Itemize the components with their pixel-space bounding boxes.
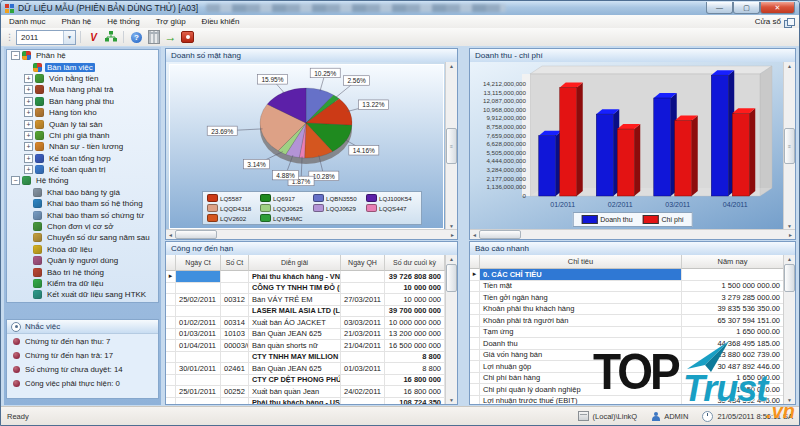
table-row[interactable]: CTY TNHH MAY MILLION WI...8 800 [166, 352, 446, 364]
tree-item[interactable]: +Kế toán tổng hợp [7, 153, 158, 164]
tree-item[interactable]: Kết xuất dữ liệu sang HTKK [7, 289, 158, 300]
table-row[interactable]: Khoản phải thu khách hàng39 835 536 350.… [470, 304, 784, 316]
tree-item[interactable]: Khai báo tham số hệ thống [7, 198, 158, 209]
tree-item[interactable]: +Chi phí giá thành [7, 130, 158, 141]
table-row[interactable]: ▸Phải thu khách hàng - VND (1...39 726 8… [166, 271, 446, 283]
table-row[interactable]: Giá vốn hàng bán13 880 602 739.00 [470, 350, 784, 362]
table-row[interactable]: 30/01/201102461Bán Quần JEAN 62501/03/20… [166, 363, 446, 375]
tree-item[interactable]: Kiểm tra dữ liệu [7, 278, 158, 289]
menu-item-điều-khiển[interactable]: Điều khiển [194, 15, 248, 28]
column-header[interactable]: Chỉ tiêu [480, 255, 682, 269]
tree-item[interactable]: +Kế toán quản trị [7, 164, 158, 175]
table-row[interactable]: Lợi nhuận trước thuế (EBIT)30 484 592 44… [470, 396, 784, 405]
tree-item[interactable]: +Mua hàng phải trả [7, 84, 158, 95]
calculator-button[interactable] [146, 30, 161, 45]
table-row[interactable]: CÔNG TY TNHH TIM ĐỎ (LQ...10 000 000 [166, 283, 446, 295]
tree-expander-icon[interactable]: + [24, 154, 33, 163]
tree-item[interactable]: +Vốn bằng tiền [7, 73, 158, 84]
table-row[interactable]: 01/02/201100314Xuất bán ÁO JACKET03/03/2… [166, 317, 446, 329]
tree-item[interactable]: Bảo trì hệ thống [7, 266, 158, 277]
table-row[interactable]: CTY CP DỆT PHONG PHÚ (L...16 800 000 [166, 375, 446, 387]
tree-expander-icon[interactable]: + [24, 120, 33, 129]
tree-item[interactable]: Khai báo tham số chứng từ [7, 209, 158, 220]
column-header[interactable]: Số Ct [221, 255, 249, 271]
tree-expander-icon[interactable]: + [24, 108, 33, 117]
svg-text:01/2011: 01/2011 [550, 201, 575, 208]
module-tree: −Phân hệBàn làm việc+Vốn bằng tiền+Mua h… [6, 49, 159, 303]
minimize-button[interactable]: — [706, 2, 733, 14]
tree-expander-icon[interactable]: − [11, 176, 20, 185]
table-row[interactable]: Phải thu khách hàng - USD (1...108 724 3… [166, 398, 446, 405]
tree-expander-icon[interactable]: + [24, 74, 33, 83]
table-row[interactable]: 01/03/201110103Bán Quần JEAN 62521/03/20… [166, 329, 446, 341]
maximize-button[interactable]: ▢ [733, 2, 760, 14]
column-header[interactable]: Năm nay [682, 255, 784, 269]
reminder-item[interactable]: Chứng từ đến hạn thu: 7 [7, 334, 158, 348]
table-row[interactable]: Tạm ứng1 650 000.00 [470, 327, 784, 339]
column-header[interactable]: Ngày Ct [176, 255, 221, 271]
table-row[interactable]: Tiền gởi ngân hàng3 279 285 000.00 [470, 292, 784, 304]
tree-item[interactable]: Khóa dữ liệu [7, 244, 158, 255]
org-chart-button[interactable] [103, 30, 118, 45]
validate-button[interactable]: V [86, 30, 101, 45]
report-vertical-scrollbar[interactable]: ▲▼ [783, 255, 795, 404]
bar-vertical-scrollbar[interactable]: ▲≡▼ [783, 62, 795, 230]
column-header[interactable]: Diễn giải [249, 255, 341, 271]
table-row[interactable]: 01/04/201100003/04Bán quần shorts nữ21/0… [166, 340, 446, 352]
tree-item-label: Khai báo bảng tỷ giá [45, 188, 122, 197]
capture-button[interactable] [180, 30, 195, 45]
debt-vertical-scrollbar[interactable]: ▲▼ [445, 255, 457, 404]
forward-button[interactable]: → [163, 30, 178, 45]
tree-item[interactable]: Khai báo bảng tỷ giá [7, 187, 158, 198]
menu-item-phân-hệ[interactable]: Phân hệ [53, 15, 99, 28]
menu-item-hệ-thống[interactable]: Hệ thống [99, 15, 147, 28]
tree-item[interactable]: Chuyển số dư sang năm sau [7, 232, 158, 243]
tree-item[interactable]: +Nhân sự - tiền lương [7, 141, 158, 152]
tree-expander-icon[interactable]: − [11, 51, 20, 60]
tree-item[interactable]: Bàn làm việc [7, 61, 158, 72]
year-select[interactable]: 2011 ▼ [16, 30, 76, 45]
table-row[interactable]: Tiền mặt1 500 000 000.00 [470, 281, 784, 293]
legend-swatch [643, 215, 659, 224]
table-row[interactable]: Doanh thu44 368 495 185.00 [470, 338, 784, 350]
tree-item[interactable]: Quản lý người dùng [7, 255, 158, 266]
tree-item[interactable]: +Bán hàng phải thu [7, 96, 158, 107]
pie-vertical-scrollbar[interactable]: ▲≡▼ [445, 62, 457, 230]
table-row[interactable]: 25/01/201100252Xuất bán quần Jean24/02/2… [166, 386, 446, 398]
table-row[interactable]: LASER MAIL ASIA LTD (LQLA...39 700 000 0… [166, 306, 446, 318]
reminder-item[interactable]: Số chứng từ chưa duyệt: 14 [7, 362, 158, 376]
tree-expander-icon[interactable]: + [24, 85, 33, 94]
menu-item-danh-mục[interactable]: Danh mục [1, 15, 53, 28]
tree-item[interactable]: +Hàng tồn kho [7, 107, 158, 118]
column-header[interactable]: Ngày QH [341, 255, 385, 271]
column-header[interactable]: Số dư cuối kỳ [385, 255, 445, 271]
table-row[interactable]: Khoản phải trả người bán65 307 594 151.0… [470, 315, 784, 327]
pie-horizontal-scrollbar[interactable]: ◄► [166, 229, 457, 239]
table-row[interactable]: Lợi nhuận gộp30 487 892 446.00 [470, 361, 784, 373]
tree-item[interactable]: −Hệ thống [7, 175, 158, 186]
bar-horizontal-scrollbar[interactable]: ◄► [470, 229, 795, 239]
table-row[interactable]: Chi phí quản lý doanh nghiệp1 650 000.00 [470, 384, 784, 396]
toolbar-grip[interactable]: ⋮ [5, 32, 13, 42]
reminder-item[interactable]: Công việc phải thực hiện: 0 [7, 376, 158, 390]
tree-expander-icon[interactable]: + [24, 142, 33, 151]
org-chart-icon [105, 31, 117, 43]
tree-item[interactable]: Chọn đơn vị cơ sở [7, 221, 158, 232]
panel-bar: Doanh thu - chi phí 01,136,000,0002,177,… [469, 48, 796, 240]
table-row[interactable]: Chi phí bán hàng1 650 000.00 [470, 373, 784, 385]
table-row[interactable]: ▸0. CÁC CHỈ TIÊU [470, 269, 784, 281]
menu-item-cua-so[interactable]: Cửa sổ [755, 17, 799, 26]
table-row[interactable]: 25/02/201100312Bán VÁY TRẺ EM27/03/20111… [166, 294, 446, 306]
menu-item-trợ-giúp[interactable]: Trợ giúp [148, 15, 194, 28]
tree-expander-icon[interactable]: + [24, 131, 33, 140]
close-button[interactable]: ✕ [760, 2, 795, 14]
workspace-icon [33, 63, 42, 72]
panel-pie-title: Doanh số mặt hàng [166, 49, 457, 63]
legend-item: LQVB4MC [260, 214, 311, 222]
tree-expander-icon[interactable]: + [24, 165, 33, 174]
reminder-item[interactable]: Chứng từ đến hạn trả: 17 [7, 348, 158, 362]
tree-item[interactable]: +Quản lý tài sản [7, 118, 158, 129]
tree-expander-icon[interactable]: + [24, 97, 33, 106]
help-button[interactable]: ? [129, 30, 144, 45]
tree-item[interactable]: −Phân hệ [7, 50, 158, 61]
